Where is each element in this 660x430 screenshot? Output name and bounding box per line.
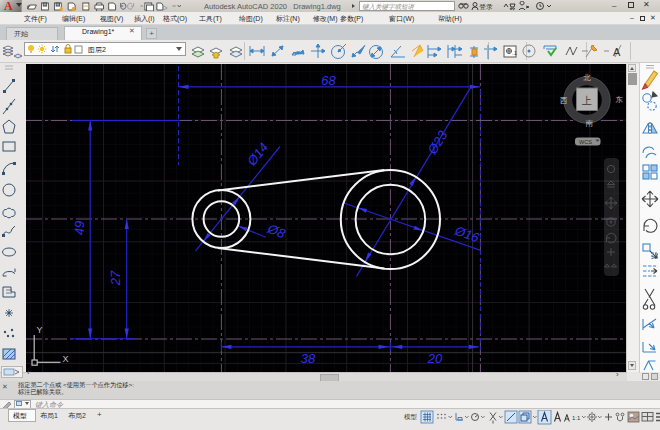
- svg-text:东: 东: [615, 95, 623, 104]
- svg-text:北: 北: [583, 73, 591, 82]
- svg-text:20: 20: [427, 351, 443, 366]
- svg-text:Y: Y: [37, 325, 43, 335]
- svg-text:27: 27: [108, 270, 123, 286]
- svg-text:49: 49: [72, 221, 87, 235]
- svg-text:A: A: [613, 46, 621, 58]
- svg-text:X: X: [63, 354, 69, 364]
- svg-text:68: 68: [321, 73, 336, 88]
- svg-text:西: 西: [560, 96, 568, 105]
- svg-text:.1: .1: [512, 50, 518, 56]
- svg-text:上: 上: [581, 95, 592, 106]
- svg-text:1:1: 1:1: [572, 415, 581, 421]
- svg-text:南: 南: [585, 119, 594, 128]
- svg-text:38: 38: [301, 351, 316, 366]
- svg-text:WCS: WCS: [579, 139, 592, 145]
